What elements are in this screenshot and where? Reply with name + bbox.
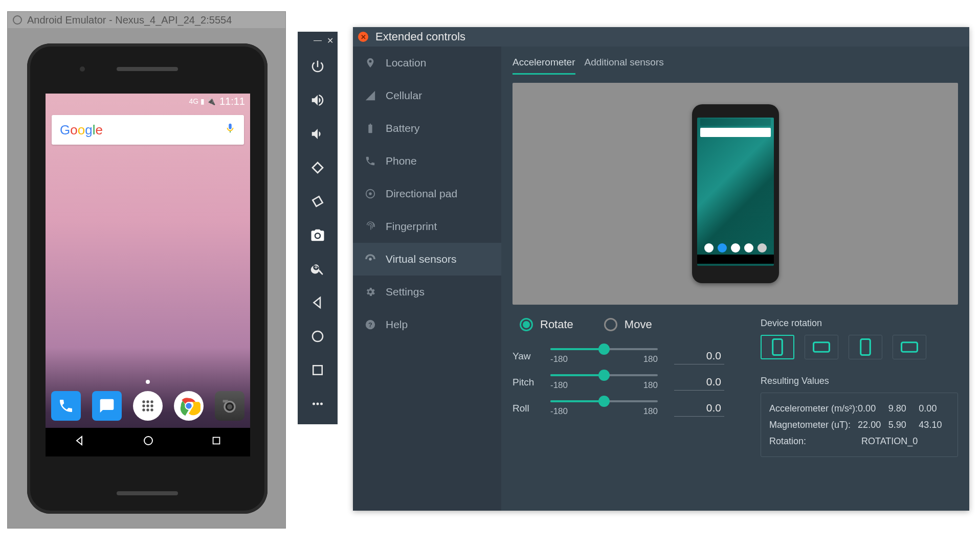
svg-rect-29 — [861, 339, 871, 355]
rotation-portrait-button[interactable] — [761, 335, 794, 359]
pitch-value-input[interactable]: 0.0 — [674, 374, 724, 391]
apps-drawer-icon[interactable] — [133, 391, 163, 421]
battery-icon — [364, 122, 376, 134]
minimize-button[interactable]: — — [314, 36, 322, 45]
messages-app-icon[interactable] — [92, 391, 122, 421]
sidebar-item-cellular[interactable]: Cellular — [353, 79, 501, 112]
preview-phone[interactable] — [692, 104, 779, 283]
svg-point-23 — [369, 192, 372, 195]
svg-point-15 — [144, 437, 152, 445]
sidebar-item-phone[interactable]: Phone — [353, 145, 501, 177]
svg-point-20 — [317, 403, 319, 405]
volume-up-button[interactable] — [298, 83, 338, 117]
extended-controls-panel: ✕ Extended controls Location Cellular Ba… — [353, 27, 969, 511]
rotate-right-button[interactable] — [298, 185, 338, 218]
status-icons: 4G ▮ 🔌 — [189, 97, 215, 105]
sidebar-label: Settings — [386, 286, 425, 298]
svg-rect-27 — [773, 339, 783, 355]
yaw-value-input[interactable]: 0.0 — [674, 348, 724, 364]
rotation-landscape-right-button[interactable] — [893, 335, 926, 359]
yaw-slider-thumb[interactable] — [598, 344, 610, 355]
tab-accelerometer[interactable]: Accelerometer — [513, 57, 575, 75]
page-indicator — [146, 380, 150, 384]
panel-sidebar: Location Cellular Battery Phone Directio… — [353, 47, 501, 511]
pitch-slider-thumb[interactable] — [598, 370, 610, 381]
power-button[interactable] — [298, 50, 338, 83]
sidebar-item-dpad[interactable]: Directional pad — [353, 177, 501, 210]
nav-home-button[interactable] — [142, 434, 154, 450]
roll-slider[interactable] — [550, 400, 658, 402]
tab-additional-sensors[interactable]: Additional sensors — [585, 57, 664, 75]
svg-point-21 — [320, 403, 323, 405]
back-button[interactable] — [298, 286, 338, 319]
google-search-bar[interactable]: Google — [52, 115, 244, 145]
svg-rect-30 — [902, 342, 918, 352]
mic-icon[interactable] — [225, 123, 236, 137]
svg-point-24 — [369, 258, 372, 261]
android-nav-bar — [46, 428, 250, 456]
screenshot-button[interactable] — [298, 218, 338, 252]
sidebar-item-settings[interactable]: Settings — [353, 276, 501, 308]
emulator-title: Android Emulator - Nexus_4_API_24_2:5554 — [27, 14, 232, 26]
google-logo: Google — [60, 122, 103, 138]
phone-camera-dot — [80, 66, 85, 72]
sidebar-item-location[interactable]: Location — [353, 47, 501, 79]
rotation-landscape-left-button[interactable] — [805, 335, 838, 359]
window-icon — [13, 15, 22, 25]
panel-titlebar[interactable]: ✕ Extended controls — [353, 27, 969, 47]
mode-move-radio[interactable]: Move — [604, 318, 652, 331]
sidebar-label: Location — [386, 57, 426, 69]
emulator-toolbar: — ✕ — [298, 32, 338, 424]
nav-recents-button[interactable] — [211, 435, 222, 449]
nav-back-button[interactable] — [74, 434, 86, 450]
roll-value-input[interactable]: 0.0 — [674, 400, 724, 417]
phone-earpiece — [117, 67, 178, 71]
sidebar-item-virtual-sensors[interactable]: Virtual sensors — [353, 243, 501, 276]
zoom-button[interactable] — [298, 252, 338, 286]
device-preview[interactable] — [513, 83, 958, 305]
camera-app-icon[interactable] — [215, 391, 244, 421]
close-button[interactable]: ✕ — [327, 36, 333, 45]
sidebar-label: Virtual sensors — [386, 253, 457, 265]
phone-screen[interactable]: 4G ▮ 🔌 11:11 Google — [46, 94, 250, 456]
volume-down-button[interactable] — [298, 117, 338, 151]
sidebar-item-help[interactable]: ?Help — [353, 308, 501, 341]
resulting-values-box: Accelerometer (m/s²):0.009.800.00 Magnet… — [761, 393, 958, 457]
chrome-app-icon[interactable] — [174, 391, 204, 421]
svg-point-3 — [142, 404, 145, 407]
help-icon: ? — [364, 318, 376, 331]
rotate-left-button[interactable] — [298, 151, 338, 185]
roll-label: Roll — [513, 403, 550, 414]
svg-rect-16 — [213, 438, 220, 444]
sidebar-label: Help — [386, 318, 408, 331]
panel-close-button[interactable]: ✕ — [358, 32, 368, 42]
mode-rotate-radio[interactable]: Rotate — [520, 318, 573, 331]
android-dock — [46, 391, 250, 421]
yaw-label: Yaw — [513, 351, 550, 362]
cellular-icon — [364, 89, 376, 102]
gear-icon — [364, 286, 376, 298]
svg-point-13 — [227, 404, 232, 409]
emulator-titlebar[interactable]: Android Emulator - Nexus_4_API_24_2:5554 — [8, 12, 285, 28]
emulator-window: Android Emulator - Nexus_4_API_24_2:5554… — [7, 11, 286, 529]
yaw-slider-row: Yaw -180180 0.0 — [513, 348, 740, 364]
panel-title: Extended controls — [375, 30, 465, 43]
rotation-portrait-flipped-button[interactable] — [849, 335, 882, 359]
svg-rect-18 — [313, 365, 322, 375]
sensor-tabs: Accelerometer Additional sensors — [513, 57, 958, 75]
overview-button[interactable] — [298, 353, 338, 387]
android-status-bar[interactable]: 4G ▮ 🔌 11:11 — [46, 94, 250, 109]
radio-unselected-icon — [604, 318, 617, 331]
more-button[interactable] — [298, 387, 338, 421]
roll-slider-thumb[interactable] — [598, 396, 610, 407]
panel-main: Accelerometer Additional sensors Rotat — [501, 47, 969, 511]
sidebar-item-battery[interactable]: Battery — [353, 112, 501, 145]
svg-point-0 — [142, 400, 145, 403]
pitch-slider[interactable] — [550, 374, 658, 376]
phone-app-icon[interactable] — [51, 391, 81, 421]
sidebar-item-fingerprint[interactable]: Fingerprint — [353, 210, 501, 243]
sidebar-label: Cellular — [386, 89, 422, 102]
home-button[interactable] — [298, 319, 338, 353]
yaw-slider[interactable] — [550, 348, 658, 350]
svg-point-2 — [150, 400, 153, 403]
